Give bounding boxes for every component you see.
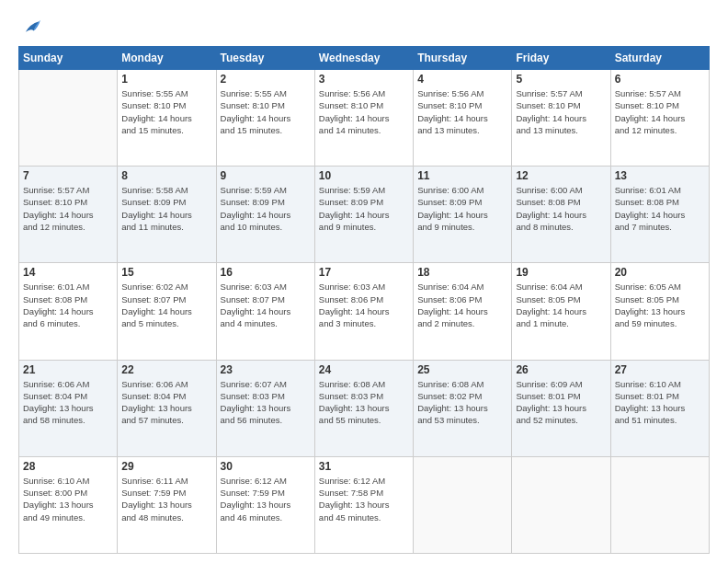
calendar-cell: 30Sunrise: 6:12 AM Sunset: 7:59 PM Dayli… — [216, 456, 314, 553]
weekday-friday: Friday — [512, 47, 610, 70]
day-number: 1 — [121, 73, 211, 86]
calendar-cell: 23Sunrise: 6:07 AM Sunset: 8:03 PM Dayli… — [216, 360, 314, 456]
day-number: 23 — [221, 363, 311, 376]
day-number: 24 — [319, 363, 409, 376]
calendar-cell: 24Sunrise: 6:08 AM Sunset: 8:03 PM Dayli… — [314, 360, 413, 456]
day-number: 10 — [319, 169, 409, 182]
day-number: 27 — [615, 363, 705, 376]
day-number: 21 — [23, 363, 113, 376]
day-number: 25 — [417, 363, 507, 376]
day-info: Sunrise: 5:55 AM Sunset: 8:10 PM Dayligh… — [221, 87, 311, 136]
calendar-cell: 2Sunrise: 5:55 AM Sunset: 8:10 PM Daylig… — [216, 70, 314, 167]
day-number: 30 — [221, 460, 311, 473]
day-info: Sunrise: 5:56 AM Sunset: 8:10 PM Dayligh… — [319, 87, 409, 136]
day-number: 20 — [615, 266, 705, 279]
calendar-cell: 7Sunrise: 5:57 AM Sunset: 8:10 PM Daylig… — [19, 167, 118, 263]
day-number: 12 — [516, 169, 606, 182]
day-info: Sunrise: 6:08 AM Sunset: 8:03 PM Dayligh… — [319, 378, 409, 427]
day-info: Sunrise: 6:12 AM Sunset: 7:58 PM Dayligh… — [319, 475, 409, 523]
calendar-cell — [512, 456, 610, 553]
calendar-cell: 5Sunrise: 5:57 AM Sunset: 8:10 PM Daylig… — [512, 70, 610, 167]
calendar-cell: 17Sunrise: 6:03 AM Sunset: 8:06 PM Dayli… — [314, 263, 413, 360]
calendar-cell: 6Sunrise: 5:57 AM Sunset: 8:10 PM Daylig… — [610, 70, 709, 167]
weekday-header-row: SundayMondayTuesdayWednesdayThursdayFrid… — [19, 47, 710, 70]
day-info: Sunrise: 6:10 AM Sunset: 8:00 PM Dayligh… — [23, 475, 113, 523]
calendar-cell: 31Sunrise: 6:12 AM Sunset: 7:58 PM Dayli… — [314, 456, 413, 553]
day-info: Sunrise: 5:58 AM Sunset: 8:09 PM Dayligh… — [121, 184, 211, 233]
day-info: Sunrise: 6:02 AM Sunset: 8:07 PM Dayligh… — [121, 281, 211, 329]
day-info: Sunrise: 6:03 AM Sunset: 8:06 PM Dayligh… — [319, 281, 409, 329]
page: SundayMondayTuesdayWednesdayThursdayFrid… — [0, 0, 728, 563]
day-number: 4 — [417, 73, 507, 86]
calendar-cell: 27Sunrise: 6:10 AM Sunset: 8:01 PM Dayli… — [610, 360, 709, 456]
weekday-monday: Monday — [118, 47, 216, 70]
calendar-cell: 14Sunrise: 6:01 AM Sunset: 8:08 PM Dayli… — [19, 263, 118, 360]
day-info: Sunrise: 5:57 AM Sunset: 8:10 PM Dayligh… — [23, 184, 113, 233]
day-info: Sunrise: 6:05 AM Sunset: 8:05 PM Dayligh… — [615, 281, 705, 329]
calendar-cell: 29Sunrise: 6:11 AM Sunset: 7:59 PM Dayli… — [118, 456, 216, 553]
calendar-cell: 20Sunrise: 6:05 AM Sunset: 8:05 PM Dayli… — [610, 263, 709, 360]
calendar-week-2: 7Sunrise: 5:57 AM Sunset: 8:10 PM Daylig… — [19, 167, 710, 263]
day-number: 28 — [23, 460, 113, 473]
day-number: 16 — [221, 266, 311, 279]
day-info: Sunrise: 6:10 AM Sunset: 8:01 PM Dayligh… — [615, 378, 705, 427]
calendar-cell: 26Sunrise: 6:09 AM Sunset: 8:01 PM Dayli… — [512, 360, 610, 456]
calendar-cell: 19Sunrise: 6:04 AM Sunset: 8:05 PM Dayli… — [512, 263, 610, 360]
calendar-week-5: 28Sunrise: 6:10 AM Sunset: 8:00 PM Dayli… — [19, 456, 710, 553]
day-info: Sunrise: 6:03 AM Sunset: 8:07 PM Dayligh… — [221, 281, 311, 329]
day-info: Sunrise: 6:01 AM Sunset: 8:08 PM Dayligh… — [23, 281, 113, 329]
day-info: Sunrise: 6:06 AM Sunset: 8:04 PM Dayligh… — [121, 378, 211, 427]
day-number: 19 — [516, 266, 606, 279]
calendar-cell: 10Sunrise: 5:59 AM Sunset: 8:09 PM Dayli… — [314, 167, 413, 263]
day-info: Sunrise: 5:59 AM Sunset: 8:09 PM Dayligh… — [221, 184, 311, 233]
day-info: Sunrise: 6:00 AM Sunset: 8:08 PM Dayligh… — [516, 184, 606, 233]
day-info: Sunrise: 6:08 AM Sunset: 8:02 PM Dayligh… — [417, 378, 507, 427]
weekday-saturday: Saturday — [610, 47, 709, 70]
calendar-week-3: 14Sunrise: 6:01 AM Sunset: 8:08 PM Dayli… — [19, 263, 710, 360]
day-number: 7 — [23, 169, 113, 182]
header — [18, 17, 710, 37]
day-number: 8 — [121, 169, 211, 182]
day-info: Sunrise: 6:07 AM Sunset: 8:03 PM Dayligh… — [221, 378, 311, 427]
day-number: 3 — [319, 73, 409, 86]
day-info: Sunrise: 6:11 AM Sunset: 7:59 PM Dayligh… — [121, 475, 211, 523]
calendar-cell: 21Sunrise: 6:06 AM Sunset: 8:04 PM Dayli… — [19, 360, 118, 456]
day-info: Sunrise: 5:57 AM Sunset: 8:10 PM Dayligh… — [516, 87, 606, 136]
day-number: 2 — [221, 73, 311, 86]
calendar-cell: 8Sunrise: 5:58 AM Sunset: 8:09 PM Daylig… — [118, 167, 216, 263]
day-number: 22 — [121, 363, 211, 376]
logo — [18, 17, 40, 37]
day-number: 15 — [121, 266, 211, 279]
calendar-week-1: 1Sunrise: 5:55 AM Sunset: 8:10 PM Daylig… — [19, 70, 710, 167]
day-number: 6 — [615, 73, 705, 86]
calendar-cell: 3Sunrise: 5:56 AM Sunset: 8:10 PM Daylig… — [314, 70, 413, 167]
day-info: Sunrise: 6:01 AM Sunset: 8:08 PM Dayligh… — [615, 184, 705, 233]
weekday-wednesday: Wednesday — [314, 47, 413, 70]
calendar-week-4: 21Sunrise: 6:06 AM Sunset: 8:04 PM Dayli… — [19, 360, 710, 456]
day-info: Sunrise: 6:09 AM Sunset: 8:01 PM Dayligh… — [516, 378, 606, 427]
day-number: 31 — [319, 460, 409, 473]
day-number: 18 — [417, 266, 507, 279]
day-info: Sunrise: 6:04 AM Sunset: 8:05 PM Dayligh… — [516, 281, 606, 329]
weekday-thursday: Thursday — [414, 47, 512, 70]
day-number: 11 — [417, 169, 507, 182]
day-number: 5 — [516, 73, 606, 86]
calendar-cell: 1Sunrise: 5:55 AM Sunset: 8:10 PM Daylig… — [118, 70, 216, 167]
day-info: Sunrise: 5:57 AM Sunset: 8:10 PM Dayligh… — [615, 87, 705, 136]
calendar-cell: 25Sunrise: 6:08 AM Sunset: 8:02 PM Dayli… — [414, 360, 512, 456]
day-number: 14 — [23, 266, 113, 279]
day-info: Sunrise: 6:06 AM Sunset: 8:04 PM Dayligh… — [23, 378, 113, 427]
day-number: 9 — [221, 169, 311, 182]
day-info: Sunrise: 6:00 AM Sunset: 8:09 PM Dayligh… — [417, 184, 507, 233]
day-info: Sunrise: 5:59 AM Sunset: 8:09 PM Dayligh… — [319, 184, 409, 233]
day-number: 29 — [121, 460, 211, 473]
logo-bird-icon — [20, 17, 40, 37]
calendar-cell: 18Sunrise: 6:04 AM Sunset: 8:06 PM Dayli… — [414, 263, 512, 360]
weekday-sunday: Sunday — [19, 47, 118, 70]
logo-text — [18, 17, 40, 37]
day-number: 17 — [319, 266, 409, 279]
weekday-tuesday: Tuesday — [216, 47, 314, 70]
calendar-table: SundayMondayTuesdayWednesdayThursdayFrid… — [18, 46, 710, 554]
calendar-cell — [19, 70, 118, 167]
calendar-cell: 4Sunrise: 5:56 AM Sunset: 8:10 PM Daylig… — [414, 70, 512, 167]
